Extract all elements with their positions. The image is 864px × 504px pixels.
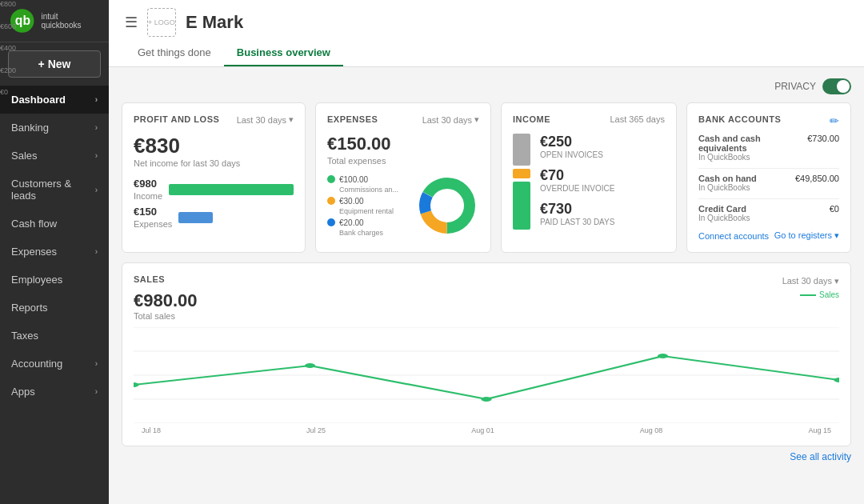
privacy-row: PRIVACY: [122, 78, 851, 94]
profit-loss-subtitle: Net income for last 30 days: [134, 158, 294, 168]
bank-account-1: Cash on hand €49,850.00 In QuickBooks: [698, 174, 839, 192]
sidebar: qb intuit quickbooks + New Dashboard › B…: [0, 0, 109, 504]
chevron-down-icon: ▾: [834, 276, 839, 286]
svg-point-11: [134, 382, 139, 387]
sales-period[interactable]: Last 30 days ▾: [782, 274, 839, 287]
chevron-down-icon: ▾: [289, 114, 294, 125]
svg-point-15: [834, 378, 839, 382]
expense-item-1-sub: Equipment rental: [339, 207, 407, 215]
sidebar-item-reports[interactable]: Reports: [0, 294, 109, 322]
chevron-right-icon: ›: [95, 387, 98, 396]
expense-value: €150: [134, 206, 172, 218]
income-bar: [513, 134, 530, 230]
profit-loss-card: PROFIT AND LOSS Last 30 days ▾ €830 Net …: [122, 102, 306, 253]
sidebar-item-banking[interactable]: Banking ›: [0, 114, 109, 142]
bank-account-0: Cash and cash equivalents €730.00 In Qui…: [698, 134, 839, 162]
edit-icon[interactable]: ✏: [830, 114, 839, 127]
tab-get-things-done[interactable]: Get things done: [125, 40, 224, 66]
income-value: €980: [134, 178, 162, 190]
svg-point-5: [431, 190, 463, 222]
income-label: Income: [134, 191, 162, 201]
expenses-subtitle: Total expenses: [327, 156, 479, 166]
bank-amount-2: €0: [830, 204, 839, 214]
dot-icon: [327, 197, 335, 205]
svg-point-14: [658, 354, 668, 358]
expense-item-0-sub: Commissions an...: [339, 186, 407, 194]
sidebar-item-employees[interactable]: Employees: [0, 266, 109, 294]
paid-label: PAID LAST 30 DAYS: [540, 218, 665, 226]
income-period[interactable]: Last 365 days: [610, 114, 666, 124]
chevron-right-icon: ›: [95, 95, 98, 104]
sidebar-item-accounting[interactable]: Accounting ›: [0, 350, 109, 378]
expense-item-1: €30.00: [327, 197, 407, 206]
expenses-period[interactable]: Last 30 days ▾: [422, 114, 479, 125]
dot-icon: [327, 218, 335, 226]
expenses-total: €150.00: [327, 134, 479, 154]
sales-title: SALES: [134, 274, 165, 284]
go-to-registers-link[interactable]: Go to registers ▾: [774, 230, 839, 241]
sidebar-item-expenses[interactable]: Expenses ›: [0, 238, 109, 266]
chevron-down-icon: ▾: [834, 230, 839, 240]
expense-item-2: €20.00: [327, 218, 407, 227]
cards-row: PROFIT AND LOSS Last 30 days ▾ €830 Net …: [122, 102, 851, 253]
income-row-overdue: €70 OVERDUE INVOICE: [540, 167, 665, 193]
bar-paid: [513, 182, 530, 230]
overdue-label: OVERDUE INVOICE: [540, 184, 665, 193]
income-row-open: €250 OPEN INVOICES: [540, 134, 665, 159]
income-body: €250 OPEN INVOICES €70 OVERDUE INVOICE €…: [513, 134, 665, 234]
header-tabs: Get things done Business overview: [125, 40, 848, 66]
chevron-right-icon: ›: [95, 359, 98, 368]
svg-point-13: [481, 397, 491, 402]
sales-card: SALES Last 30 days ▾ €980.00 Total sales…: [122, 262, 851, 446]
hamburger-icon[interactable]: ☰: [125, 14, 138, 31]
connect-accounts-link[interactable]: Connect accounts: [698, 231, 769, 241]
x-axis-labels: Jul 18 Jul 25 Aug 01 Aug 08 Aug 15: [134, 426, 839, 434]
sidebar-item-apps[interactable]: Apps ›: [0, 378, 109, 406]
svg-text:qb: qb: [15, 14, 30, 27]
income-data: €250 OPEN INVOICES €70 OVERDUE INVOICE €…: [540, 134, 665, 234]
bank-account-sub-2: In QuickBooks: [698, 214, 839, 222]
see-all-row: See all activity: [122, 446, 851, 467]
income-title: INCOME: [513, 114, 550, 124]
chevron-right-icon: ›: [95, 123, 98, 132]
tab-business-overview[interactable]: Business overview: [224, 40, 343, 66]
sidebar-item-dashboard[interactable]: Dashboard ›: [0, 86, 109, 114]
profit-loss-value: €830: [134, 134, 294, 158]
chevron-right-icon: ›: [95, 247, 98, 256]
bank-account-name-1: Cash on hand: [698, 174, 757, 183]
expense-label: Expenses: [134, 219, 172, 229]
paid-value: €730: [540, 201, 665, 218]
content-area: PRIVACY PROFIT AND LOSS Last 30 days ▾ €…: [109, 67, 864, 504]
sidebar-item-customers-leads[interactable]: Customers & leads ›: [0, 170, 109, 210]
bank-account-2: Credit Card €0 In QuickBooks: [698, 204, 839, 222]
expenses-donut-chart: [415, 174, 479, 238]
company-name: E Mark: [186, 12, 243, 33]
sidebar-item-taxes[interactable]: Taxes: [0, 322, 109, 350]
profit-loss-title: PROFIT AND LOSS: [134, 114, 219, 124]
chevron-right-icon: ›: [95, 151, 98, 160]
sales-total: €980.00: [134, 290, 198, 311]
company-logo[interactable]: + LOGO: [147, 8, 176, 37]
bank-account-name-0: Cash and cash equivalents: [698, 134, 807, 153]
sidebar-item-cash-flow[interactable]: Cash flow: [0, 210, 109, 238]
chevron-down-icon: ▾: [474, 114, 479, 125]
profit-loss-period[interactable]: Last 30 days ▾: [237, 114, 294, 125]
open-invoices-label: OPEN INVOICES: [540, 150, 665, 159]
main-content: ☰ + LOGO E Mark Get things done Business…: [109, 0, 864, 504]
sales-legend: Sales: [800, 290, 839, 299]
open-invoices-value: €250: [540, 134, 665, 150]
bar-open-invoices: [513, 134, 530, 166]
bank-accounts-title: BANK ACCOUNTS: [698, 114, 781, 124]
expense-item-2-sub: Bank charges: [339, 229, 407, 237]
overdue-value: €70: [540, 167, 665, 184]
privacy-toggle[interactable]: [822, 78, 851, 94]
legend-line-icon: [800, 294, 816, 296]
see-all-activity-link[interactable]: See all activity: [790, 451, 851, 462]
brand-name: intuit quickbooks: [41, 12, 99, 30]
expenses-title: EXPENSES: [327, 114, 378, 124]
dot-icon: [327, 175, 335, 183]
sales-line-chart: [134, 327, 839, 423]
sidebar-item-sales[interactable]: Sales ›: [0, 142, 109, 170]
new-button[interactable]: + New: [8, 50, 101, 78]
expenses-card: EXPENSES Last 30 days ▾ €150.00 Total ex…: [315, 102, 491, 253]
